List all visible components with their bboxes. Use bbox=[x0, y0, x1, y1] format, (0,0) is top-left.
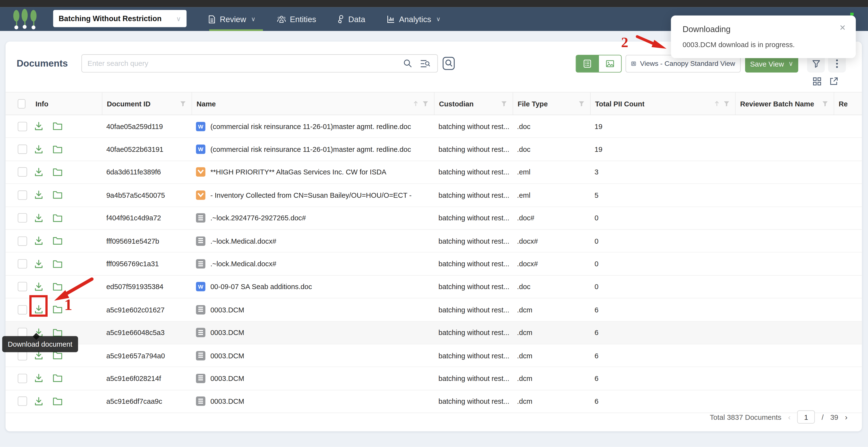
document-name-cell[interactable]: W(commercial risk reinsurance 11-26-01)m… bbox=[192, 145, 434, 154]
search-icon[interactable] bbox=[403, 59, 412, 68]
previous-page-button[interactable]: ‹ bbox=[788, 413, 791, 421]
filter-icon[interactable] bbox=[723, 100, 730, 107]
filter-icon[interactable] bbox=[822, 100, 828, 107]
download-document-icon[interactable] bbox=[34, 213, 44, 223]
document-name-cell[interactable]: .~lock.2924776-2927265.doc# bbox=[192, 213, 434, 223]
download-document-icon[interactable] bbox=[34, 396, 44, 407]
table-row[interactable]: 9a4b57a5c450075- Inventory Collected fro… bbox=[6, 184, 862, 207]
sort-ascending-icon[interactable] bbox=[714, 100, 720, 107]
search-input[interactable] bbox=[82, 59, 403, 67]
document-name-cell[interactable]: **HIGH PRIORITY** AltaGas Services Inc. … bbox=[192, 168, 434, 177]
folder-icon[interactable] bbox=[53, 213, 63, 222]
export-icon[interactable] bbox=[829, 77, 838, 86]
image-view-toggle[interactable] bbox=[599, 55, 621, 72]
download-document-icon[interactable] bbox=[34, 121, 44, 131]
document-name-cell[interactable]: - Inventory Collected from CN=Susan Bail… bbox=[192, 190, 434, 200]
list-view-icon bbox=[583, 59, 592, 68]
column-header-custodian[interactable]: Custodian bbox=[434, 93, 513, 115]
download-document-icon[interactable] bbox=[34, 374, 44, 383]
nav-tab-data[interactable]: Data bbox=[337, 7, 365, 31]
document-name-cell[interactable]: .~lock.Medical.docx# bbox=[192, 259, 434, 269]
query-builder-icon[interactable] bbox=[420, 59, 431, 68]
page-number-input[interactable] bbox=[797, 410, 815, 424]
document-name-cell[interactable]: 0003.DCM bbox=[192, 305, 434, 315]
column-settings-icon[interactable] bbox=[813, 77, 822, 86]
row-checkbox[interactable] bbox=[18, 374, 27, 383]
column-header-name[interactable]: Name bbox=[192, 93, 434, 115]
folder-icon[interactable] bbox=[53, 328, 63, 337]
folder-icon[interactable] bbox=[53, 168, 63, 177]
row-checkbox[interactable] bbox=[18, 213, 27, 223]
download-document-icon[interactable] bbox=[34, 259, 44, 269]
document-search-button[interactable] bbox=[442, 56, 456, 70]
column-header-re[interactable]: Re bbox=[834, 93, 862, 115]
table-row[interactable]: a5c91e6f028214f0003.DCMbatching without … bbox=[6, 367, 862, 390]
folder-icon[interactable] bbox=[53, 374, 63, 383]
download-document-icon[interactable] bbox=[34, 144, 44, 154]
folder-icon[interactable] bbox=[53, 237, 63, 245]
column-header-total-pii-count[interactable]: Total PII Count bbox=[590, 93, 735, 115]
row-checkbox[interactable] bbox=[18, 351, 27, 360]
table-row[interactable]: a5c91e657a794a00003.DCMbatching without … bbox=[6, 345, 862, 367]
project-selector[interactable]: Batching Without Restriction ∨ bbox=[53, 10, 187, 27]
row-checkbox[interactable] bbox=[18, 190, 27, 200]
row-select-cell bbox=[6, 305, 31, 315]
table-row[interactable]: 6da3d611fe389f6**HIGH PRIORITY** AltaGas… bbox=[6, 161, 862, 184]
download-document-icon[interactable] bbox=[34, 282, 44, 292]
column-header-info[interactable]: Info bbox=[31, 93, 102, 115]
document-name: (commercial risk reinsurance 11-26-01)ma… bbox=[210, 145, 411, 153]
folder-icon[interactable] bbox=[53, 260, 63, 268]
nav-tab-entities[interactable]: Entities bbox=[277, 7, 316, 31]
select-all-checkbox[interactable] bbox=[18, 99, 26, 108]
document-name-cell[interactable]: 0003.DCM bbox=[192, 374, 434, 383]
close-icon[interactable]: ✕ bbox=[839, 23, 846, 32]
pii-count-cell: 0 bbox=[590, 214, 735, 222]
column-header-reviewer-batch-name[interactable]: Reviewer Batch Name bbox=[735, 93, 834, 115]
next-page-button[interactable]: › bbox=[845, 413, 847, 421]
download-document-icon[interactable] bbox=[34, 236, 44, 246]
row-checkbox[interactable] bbox=[18, 282, 27, 292]
row-info-cell bbox=[31, 396, 102, 407]
document-name-cell[interactable]: 0003.DCM bbox=[192, 351, 434, 360]
row-checkbox[interactable] bbox=[18, 397, 27, 406]
download-document-icon[interactable] bbox=[34, 190, 44, 200]
table-row[interactable]: ed507f591935384W00-09-07 SA Seab additio… bbox=[6, 275, 862, 298]
sort-ascending-icon[interactable] bbox=[412, 100, 419, 107]
filter-icon[interactable] bbox=[501, 100, 507, 107]
table-row[interactable]: fff095691e5427b.~lock.Medical.docx#batch… bbox=[6, 230, 862, 252]
folder-icon[interactable] bbox=[53, 351, 63, 360]
table-row[interactable]: 40fae05a259d119W(commercial risk reinsur… bbox=[6, 115, 862, 138]
table-row[interactable]: fff0956769c1a31.~lock.Medical.docx#batch… bbox=[6, 252, 862, 275]
folder-icon[interactable] bbox=[53, 122, 63, 131]
document-name-cell[interactable]: W(commercial risk reinsurance 11-26-01)m… bbox=[192, 122, 434, 131]
nav-tab-review[interactable]: Review ∨ bbox=[208, 7, 255, 31]
table-row[interactable]: 40fae0522b63191W(commercial risk reinsur… bbox=[6, 138, 862, 161]
folder-icon[interactable] bbox=[53, 145, 63, 153]
document-name-cell[interactable]: 0003.DCM bbox=[192, 397, 434, 406]
document-name-cell[interactable]: W00-09-07 SA Seab additions.doc bbox=[192, 282, 434, 292]
row-checkbox[interactable] bbox=[18, 259, 27, 269]
row-checkbox[interactable] bbox=[18, 305, 27, 315]
table-row[interactable]: a5c91e602c016270003.DCMbatching without … bbox=[6, 299, 862, 321]
folder-icon[interactable] bbox=[53, 397, 63, 406]
column-header-document-id[interactable]: Document ID bbox=[102, 93, 191, 115]
image-view-icon bbox=[606, 59, 614, 68]
row-checkbox[interactable] bbox=[18, 236, 27, 246]
table-row[interactable]: f404f961c4d9a72.~lock.2924776-2927265.do… bbox=[6, 207, 862, 230]
download-document-icon[interactable] bbox=[34, 167, 44, 177]
filter-icon[interactable] bbox=[422, 100, 428, 107]
column-header-file-type[interactable]: File Type bbox=[513, 93, 590, 115]
toast-message: 0003.DCM download is in progress. bbox=[682, 40, 795, 49]
list-view-toggle[interactable] bbox=[576, 55, 599, 72]
folder-icon[interactable] bbox=[53, 191, 63, 200]
filter-icon[interactable] bbox=[180, 100, 186, 107]
canopy-logo[interactable] bbox=[13, 9, 42, 29]
row-checkbox[interactable] bbox=[18, 168, 27, 177]
filter-icon[interactable] bbox=[579, 100, 585, 107]
row-checkbox[interactable] bbox=[18, 122, 27, 131]
document-name-cell[interactable]: .~lock.Medical.docx# bbox=[192, 236, 434, 246]
nav-tab-analytics[interactable]: Analytics ∨ bbox=[386, 7, 441, 31]
row-checkbox[interactable] bbox=[18, 145, 27, 154]
table-row[interactable]: a5c91e66048c5a30003.DCMbatching without … bbox=[6, 321, 862, 344]
document-name-cell[interactable]: 0003.DCM bbox=[192, 328, 434, 337]
